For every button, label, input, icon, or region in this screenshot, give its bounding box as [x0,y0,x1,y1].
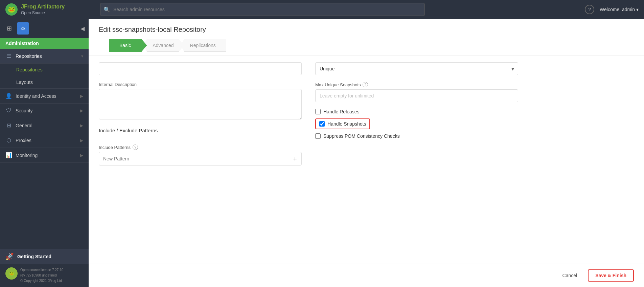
snapshot-policy-select[interactable]: Unique Non-Unique Deployer [315,62,518,75]
form-left: Internal Description Include / Exclude P… [99,62,302,257]
repositories-icon: ☰ [5,53,12,59]
license-text: Open source license 7.27.10 [20,267,63,273]
admin-label[interactable]: Administration [0,38,89,49]
sidebar-item-monitoring[interactable]: 📊 Monitoring ▶ [0,148,89,163]
handle-releases-group: Handle Releases [315,109,518,114]
help-button[interactable]: ? [585,5,594,14]
pattern-input-row: ＋ [99,152,302,165]
new-pattern-input[interactable] [99,156,288,161]
footer-logo-icon: 🐸 [5,267,18,280]
page-header: Edit ssc-snapshots-local Repository Basi… [89,19,644,56]
chart-icon: 📊 [5,152,12,158]
rocket-icon: 🚀 [5,252,14,261]
chevron-right-icon: ▶ [80,123,83,128]
handle-snapshots-label: Handle Snapshots [327,121,366,127]
form-area: Internal Description Include / Exclude P… [89,56,644,264]
welcome-user[interactable]: Welcome, admin ▾ [600,7,639,12]
content-area: Edit ssc-snapshots-local Repository Basi… [89,19,644,287]
collapse-sidebar-button[interactable]: ◀ [80,25,85,32]
sidebar-item-label: General [16,123,77,128]
max-unique-input[interactable] [315,89,518,102]
chevron-right-icon: ▶ [80,138,83,143]
sidebar-item-proxies[interactable]: ⬡ Proxies ▶ [0,133,89,148]
settings-icon[interactable]: ⚙ [17,22,29,35]
snapshot-policy-select-wrapper: Unique Non-Unique Deployer ▾ [315,62,518,75]
description-input[interactable] [99,89,302,119]
chevron-down-icon: ▾ [81,54,83,59]
search-icon: 🔍 [104,6,110,13]
rev-text: rev 72710900 undefined [20,273,63,278]
sidebar-item-security[interactable]: 🛡 Security ▶ [0,104,89,118]
repo-key-input[interactable] [99,62,302,75]
main-layout: ⊞ ⚙ ◀ Administration ☰ Repositories ▾ Re… [0,19,644,287]
suppress-pom-checkbox[interactable] [315,133,321,139]
search-bar[interactable]: 🔍 [100,3,578,16]
sidebar-footer: 🐸 Open source license 7.27.10 rev 727109… [0,264,89,287]
tab-advanced[interactable]: Advanced [143,39,184,52]
handle-snapshots-group: Handle Snapshots [315,118,518,129]
max-unique-label: Max Unique Snapshots ? [315,82,518,87]
max-unique-help[interactable]: ? [363,82,368,87]
snapshot-policy-group: Unique Non-Unique Deployer ▾ [315,62,518,75]
topbar: 🐸 JFrog Artifactory Open Source 🔍 ? Welc… [0,0,644,19]
form-right: Unique Non-Unique Deployer ▾ Max Unique … [315,62,518,257]
handle-releases-checkbox[interactable] [315,109,321,114]
max-unique-group: Max Unique Snapshots ? [315,82,518,102]
cancel-button[interactable]: Cancel [557,270,583,281]
suppress-pom-group: Suppress POM Consistency Checks [315,133,518,139]
sidebar: ⊞ ⚙ ◀ Administration ☰ Repositories ▾ Re… [0,19,89,287]
search-input[interactable] [100,3,425,16]
patterns-title: Include / Exclude Patterns [99,128,302,133]
brand-sub: Open Source [21,10,65,16]
sidebar-item-label: Repositories [16,53,78,59]
handle-snapshots-box: Handle Snapshots [315,118,370,129]
handle-snapshots-checkbox[interactable] [319,121,325,127]
tabs-row: Basic Advanced Replications [109,39,624,52]
user-icon: 👤 [5,93,12,99]
sidebar-item-identity-access[interactable]: 👤 Identity and Access ▶ [0,89,89,104]
grid-icon[interactable]: ⊞ [4,23,14,34]
save-finish-button[interactable]: Save & Finish [588,269,634,282]
sidebar-item-label: Identity and Access [16,93,77,99]
getting-started-label: Getting Started [17,254,51,259]
sidebar-item-general[interactable]: ⊞ General ▶ [0,118,89,133]
sidebar-item-label: Monitoring [16,153,77,158]
hexagon-icon: ⬡ [5,137,12,144]
suppress-pom-label: Suppress POM Consistency Checks [323,133,400,139]
sidebar-item-label: Proxies [16,138,77,143]
footer-bar: Cancel Save & Finish [89,264,644,287]
add-pattern-button[interactable]: ＋ [288,152,301,165]
repo-key-group [99,62,302,75]
description-group: Internal Description [99,82,302,121]
footer-text: Open source license 7.27.10 rev 72710900… [20,267,63,284]
copyright-text: © Copyright 2021 JFrog Ltd [20,278,63,284]
chevron-right-icon: ▶ [80,94,83,98]
sidebar-item-repositories[interactable]: ☰ Repositories ▾ [0,49,89,64]
brand-area: 🐸 JFrog Artifactory Open Source [5,3,93,16]
getting-started-item[interactable]: 🚀 Getting Started [0,249,89,264]
patterns-section: Include / Exclude Patterns Include Patte… [99,128,302,165]
chevron-right-icon: ▶ [80,153,83,158]
shield-icon: 🛡 [5,108,12,114]
tab-replications[interactable]: Replications [181,39,226,52]
handle-releases-label: Handle Releases [323,109,360,114]
include-patterns-label: Include Patterns ? [99,145,302,150]
sidebar-item-label: Security [16,108,77,113]
chevron-right-icon: ▶ [80,108,83,113]
topbar-right: ? Welcome, admin ▾ [585,5,639,14]
tab-basic[interactable]: Basic [109,39,147,52]
include-patterns-help[interactable]: ? [133,145,138,150]
brand-text: JFrog Artifactory Open Source [21,3,65,16]
brand-name: JFrog Artifactory [21,3,65,10]
sidebar-sub-item-repositories[interactable]: Repositories [0,64,89,76]
grid-squares-icon: ⊞ [5,122,12,129]
description-label: Internal Description [99,82,302,87]
sidebar-sub-item-layouts[interactable]: Layouts [0,76,89,89]
page-title: Edit ssc-snapshots-local Repository [99,26,634,34]
frog-logo: 🐸 [5,3,18,16]
sidebar-top: ⊞ ⚙ ◀ [0,19,89,38]
include-patterns-group: Include Patterns ? ＋ [99,145,302,165]
